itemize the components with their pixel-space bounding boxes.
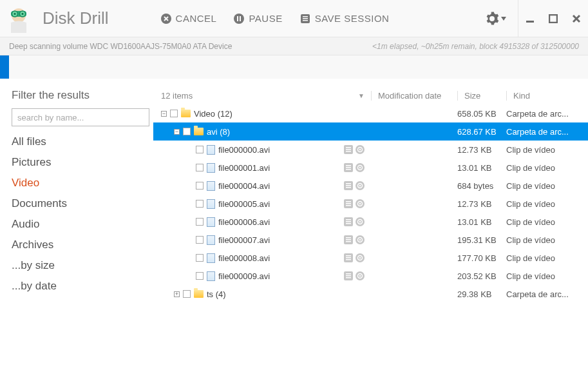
svg-rect-38 <box>346 223 351 224</box>
preview-icon[interactable] <box>356 199 365 208</box>
settings-button[interactable] <box>473 0 518 37</box>
window-controls <box>518 0 588 37</box>
sort-dropdown-icon[interactable]: ▼ <box>358 92 365 99</box>
file-row[interactable]: file000004.avi684 bytesClip de vídeo <box>153 177 588 195</box>
svg-rect-21 <box>346 165 351 166</box>
list-icon[interactable] <box>344 253 353 262</box>
item-name: file000008.avi <box>218 253 270 263</box>
preview-icon[interactable] <box>356 145 365 154</box>
cancel-label: CANCEL <box>176 13 217 24</box>
file-row[interactable]: file000008.avi177.70 KBClip de vídeo <box>153 249 588 267</box>
list-icon[interactable] <box>344 181 353 190</box>
svg-point-20 <box>359 149 361 150</box>
kind-cell: Carpeta de arc... <box>506 289 588 299</box>
list-icon[interactable] <box>344 199 353 208</box>
pause-button[interactable]: PAUSE <box>233 13 282 24</box>
category-pictures[interactable]: Pictures <box>12 152 142 173</box>
app-title: Disk Drill <box>37 8 109 28</box>
progress-fill <box>0 55 9 79</box>
size-cell: 13.01 KB <box>457 217 506 227</box>
size-cell: 13.01 KB <box>457 163 506 173</box>
checkbox[interactable] <box>196 182 204 190</box>
checkbox[interactable] <box>196 236 204 244</box>
preview-icon[interactable] <box>356 217 365 226</box>
category--by-date[interactable]: ...by date <box>12 276 142 297</box>
category-documents[interactable]: Documents <box>12 193 142 214</box>
preview-icon[interactable] <box>356 271 365 280</box>
list-icon[interactable] <box>344 145 353 154</box>
save-icon <box>299 13 311 24</box>
folder-row[interactable]: −avi (8)628.67 KBCarpeta de arc... <box>153 122 588 141</box>
svg-rect-47 <box>346 257 351 258</box>
file-row[interactable]: file000001.avi13.01 KBClip de vídeo <box>153 159 588 177</box>
checkbox[interactable] <box>183 290 191 298</box>
list-icon[interactable] <box>344 217 353 226</box>
preview-icon[interactable] <box>356 253 365 262</box>
column-kind[interactable]: Kind <box>506 91 588 101</box>
category-archives[interactable]: Archives <box>12 235 142 255</box>
file-row[interactable]: file000005.avi12.73 KBClip de vídeo <box>153 195 588 213</box>
close-button[interactable] <box>565 0 588 37</box>
item-name: file000005.avi <box>218 199 270 209</box>
svg-rect-22 <box>346 167 351 168</box>
kind-cell: Clip de vídeo <box>506 145 588 155</box>
svg-rect-13 <box>303 20 308 21</box>
category-all-files[interactable]: All files <box>12 132 142 152</box>
file-icon <box>207 181 215 191</box>
column-items[interactable]: 12 items ▼ <box>161 91 371 101</box>
preview-icon[interactable] <box>356 163 365 172</box>
svg-point-50 <box>359 257 361 258</box>
kind-cell: Carpeta de arc... <box>506 127 588 137</box>
file-row[interactable]: file000009.avi203.52 KBClip de vídeo <box>153 267 588 285</box>
kind-cell: Carpeta de arc... <box>506 109 588 119</box>
status-bar: Deep scanning volume WDC WD1600AAJS-75M0… <box>0 37 588 55</box>
progress-bar <box>0 55 588 79</box>
file-row[interactable]: file000006.avi13.01 KBClip de vídeo <box>153 213 588 231</box>
size-cell: 177.70 KB <box>457 253 506 263</box>
expand-icon[interactable]: + <box>174 291 180 297</box>
list-icon[interactable] <box>344 163 353 172</box>
folder-row[interactable]: −Video (12)658.05 KBCarpeta de arc... <box>153 104 588 122</box>
preview-icon[interactable] <box>356 181 365 190</box>
svg-rect-27 <box>346 185 351 186</box>
list-icon[interactable] <box>344 235 353 244</box>
search-input[interactable] <box>12 108 149 126</box>
collapse-icon[interactable]: − <box>161 111 167 117</box>
svg-point-4 <box>14 13 16 15</box>
file-row[interactable]: file000007.avi195.31 KBClip de vídeo <box>153 231 588 249</box>
minimize-button[interactable] <box>518 0 542 37</box>
cancel-button[interactable]: CANCEL <box>160 13 217 24</box>
category-list: All filesPicturesVideoDocumentsAudioArch… <box>12 132 142 297</box>
svg-rect-46 <box>346 255 351 257</box>
checkbox[interactable] <box>196 200 204 208</box>
list-icon[interactable] <box>344 271 353 280</box>
category--by-size[interactable]: ...by size <box>12 255 142 276</box>
column-size[interactable]: Size <box>457 91 506 101</box>
checkbox[interactable] <box>196 218 204 226</box>
maximize-button[interactable] <box>542 0 565 37</box>
svg-point-30 <box>359 185 361 186</box>
collapse-icon[interactable]: − <box>174 129 180 135</box>
checkbox[interactable] <box>170 110 178 117</box>
checkbox[interactable] <box>196 164 204 171</box>
kind-cell: Clip de vídeo <box>506 163 588 173</box>
category-audio[interactable]: Audio <box>12 214 142 235</box>
folder-row[interactable]: +ts (4)29.38 KBCarpeta de arc... <box>153 285 588 303</box>
kind-cell: Clip de vídeo <box>506 181 588 191</box>
svg-rect-37 <box>346 221 351 222</box>
checkbox[interactable] <box>196 272 204 280</box>
svg-rect-51 <box>346 273 351 275</box>
item-name: file000007.avi <box>218 235 270 245</box>
file-row[interactable]: file000000.avi12.73 KBClip de vídeo <box>153 141 588 159</box>
item-name: file000006.avi <box>218 217 270 227</box>
checkbox[interactable] <box>196 254 204 262</box>
file-icon <box>207 145 215 155</box>
save-session-button[interactable]: SAVE SESSION <box>299 13 390 24</box>
preview-icon[interactable] <box>356 235 365 244</box>
column-modification[interactable]: Modification date <box>371 91 457 101</box>
file-icon <box>207 235 215 245</box>
checkbox[interactable] <box>196 146 204 153</box>
category-video[interactable]: Video <box>12 173 142 193</box>
checkbox[interactable] <box>183 128 191 135</box>
svg-point-35 <box>359 203 361 204</box>
